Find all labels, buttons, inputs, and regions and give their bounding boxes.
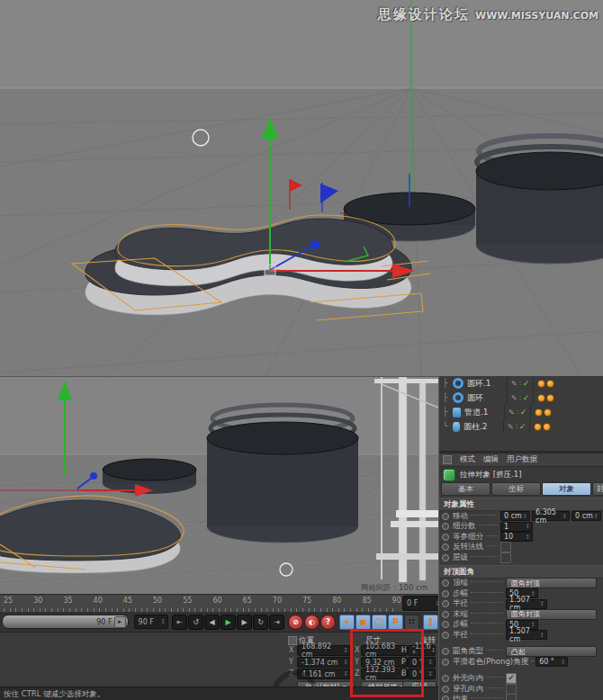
tag-dot-icon[interactable] [537,380,545,388]
object-name[interactable]: 圆柱.2 [464,421,503,433]
record-parameter-toggle[interactable]: P [388,615,403,630]
stepper-icon[interactable]: ↕ [431,647,436,654]
previous-frame-button[interactable]: ◀ [204,615,220,630]
animation-dot-icon[interactable] [442,611,449,618]
stepper-icon[interactable]: ↕ [343,659,348,666]
object-list-item[interactable]: ├管道.1✎∶✓ [439,405,603,419]
menu-item-编辑[interactable]: 编辑 [483,454,499,465]
value-field[interactable]: 0 cm↕ [572,511,601,521]
enabled-check-icon[interactable]: ✓ [523,379,530,388]
tag-dot-icon[interactable] [534,423,542,431]
value-field[interactable]: 1↕ [500,522,533,532]
visibility-dots-icon[interactable]: ∶ [516,423,518,431]
object-cylinder-large-2[interactable] [207,405,358,543]
stepper-icon[interactable]: ↕ [343,647,348,654]
visibility-dots-icon[interactable]: ∶ [517,408,518,417]
menu-item-用户数据[interactable]: 用户数据 [507,454,537,465]
tag-dot-icon[interactable] [544,408,552,417]
keyframe-options-button[interactable]: ? [320,615,336,630]
checkbox[interactable]: ✓ [506,673,517,684]
checkbox[interactable] [506,694,517,700]
position-checkbox[interactable] [288,636,297,645]
object-name[interactable]: 圆环 [467,392,507,404]
tab-封顶[interactable]: 封顶 [592,482,603,496]
animation-dot-icon[interactable] [442,579,449,587]
value-dropdown[interactable]: 圆角封顶 [506,609,597,620]
goto-end-button[interactable]: ⇥ [269,615,284,630]
enabled-check-icon[interactable]: ✓ [523,393,530,402]
value-dropdown[interactable]: 凸起 [506,646,597,657]
tab-对象[interactable]: 对象 [542,482,591,496]
tag-dot-icon[interactable] [546,394,554,402]
record-pla-toggle[interactable]: ∷ [404,615,419,630]
record-position-toggle[interactable]: + [339,615,355,630]
enabled-check-icon[interactable]: ✓ [519,422,526,431]
value-field[interactable]: 0 cm↕ [500,511,530,521]
object-list-item[interactable]: ├圆环✎∶✓ [439,390,603,405]
perspective-viewport[interactable]: 思缘设计论坛WWW.MISSYUAN.COM [0,0,603,376]
end-frame-field[interactable]: 0 F↕ [402,596,443,611]
value-field[interactable]: 60 °↕ [536,657,568,667]
record-rotation-toggle[interactable]: ◯ [372,615,387,630]
animation-dot-icon[interactable] [442,648,449,655]
autokey-button[interactable]: ◐ [304,615,320,630]
stepper-icon[interactable]: ↕ [540,600,544,607]
goto-start-button[interactable]: ⇤ [172,615,187,630]
animation-dot-icon[interactable] [442,543,449,551]
edit-icon[interactable]: ✎ [511,394,518,402]
stepper-icon[interactable]: ↕ [160,618,166,625]
checkbox[interactable] [500,542,511,552]
tag-dot-icon[interactable] [535,408,543,417]
tag-dot-icon[interactable] [537,394,545,402]
animation-dot-icon[interactable] [442,659,449,666]
stepper-icon[interactable]: ↕ [523,513,527,520]
visibility-dots-icon[interactable]: ∶ [519,394,521,402]
stepper-icon[interactable]: ↕ [343,670,348,678]
animation-dot-icon[interactable] [442,513,449,520]
animation-dot-icon[interactable] [442,696,449,700]
timeline-ruler[interactable]: 2530354045505560657075808590 0 F↕ [0,594,438,614]
visibility-dots-icon[interactable]: ∶ [519,380,521,388]
gizmo-z-handle[interactable] [310,240,320,249]
animation-dot-icon[interactable] [442,621,449,628]
timeline-scrubber[interactable]: 90 F ▸ [2,615,129,629]
loop-button[interactable]: ↻ [253,615,268,630]
scrubber-handle-icon[interactable]: ▸ [114,616,126,628]
animation-dot-icon[interactable] [442,632,449,639]
object-disc-medium-2[interactable] [103,459,196,494]
edit-icon[interactable]: ✎ [511,380,518,388]
animation-dot-icon[interactable] [442,590,449,597]
stepper-icon[interactable]: ↕ [540,632,544,639]
stepper-icon[interactable]: ↕ [526,523,530,530]
value-field[interactable]: 6.305 cm↕ [532,511,570,521]
animation-dot-icon[interactable] [442,675,449,682]
enabled-check-icon[interactable]: ✓ [520,408,527,417]
edit-icon[interactable]: ✎ [508,408,515,417]
tag-dot-icon[interactable] [546,380,554,388]
tag-dot-icon[interactable] [543,423,551,431]
stepper-icon[interactable]: ↕ [561,659,565,666]
stepper-icon[interactable]: ↕ [428,670,433,678]
position-X-field[interactable]: 168.892 cm↕ [297,645,351,656]
animation-dot-icon[interactable] [442,554,449,561]
tab-坐标[interactable]: 坐标 [491,482,541,496]
record-scale-toggle[interactable]: ◼ [356,615,371,630]
tab-基本[interactable]: 基本 [441,482,490,496]
edit-icon[interactable]: ✎ [508,423,514,431]
current-frame-field[interactable]: 90 F↕ [134,615,168,629]
menu-item-模式[interactable]: 模式 [460,454,475,465]
position-Y-field[interactable]: -1.374 cm↕ [297,657,351,668]
value-field[interactable]: 10↕ [500,532,533,542]
checkbox[interactable] [506,684,517,695]
stepper-icon[interactable]: ↕ [526,534,530,541]
object-name[interactable]: 管道.1 [464,407,504,418]
object-name[interactable]: 圆环.1 [467,378,507,390]
animation-dot-icon[interactable] [442,534,449,541]
secondary-viewport[interactable]: 网格间距 : 100 cm [0,376,438,595]
record-keyframe-button[interactable]: ⊘ [288,615,303,630]
timeline-mode-button[interactable]: ‖ [423,615,438,630]
play-backwards-button[interactable]: ↺ [188,615,203,630]
value-field[interactable]: 1.507 cm↕ [506,630,547,640]
animation-dot-icon[interactable] [442,686,449,693]
checkbox[interactable] [500,552,511,563]
